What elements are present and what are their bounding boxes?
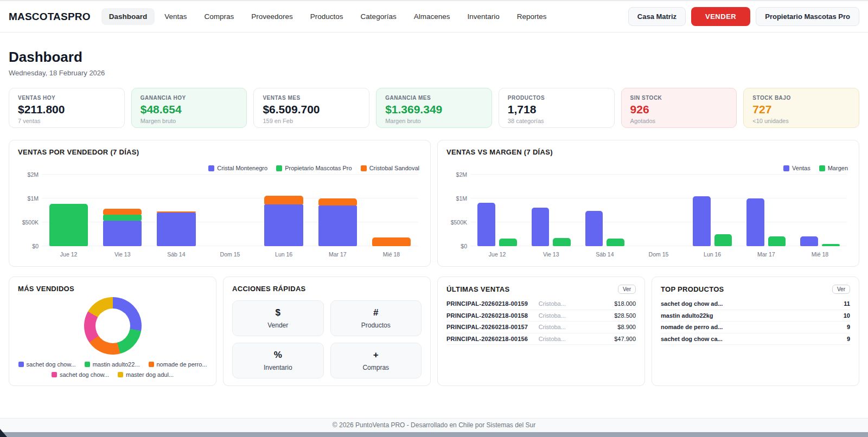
bar-segment xyxy=(103,221,142,246)
kpi-value: 926 xyxy=(630,103,728,116)
vender-button[interactable]: VENDER xyxy=(691,7,750,26)
legend-swatch xyxy=(18,362,24,367)
x-axis-label: Vie 13 xyxy=(95,251,149,258)
card-head: ÚLTIMAS VENTAS Ver xyxy=(446,285,636,294)
ventas-vs-margen-chart: VENTAS VS MARGEN (7 DÍAS) Ventas Margen … xyxy=(437,140,859,267)
kpi-row: VENTAS HOY $211.800 7 ventas GANANCIA HO… xyxy=(9,88,859,128)
x-axis-label: Mar 17 xyxy=(311,251,365,258)
kpi-value: $1.369.349 xyxy=(385,103,483,116)
bar-segment xyxy=(318,198,357,206)
user-menu-button[interactable]: Propietario Mascotas Pro xyxy=(756,7,859,26)
nav-item-dashboard[interactable]: Dashboard xyxy=(101,8,155,25)
legend-item: Margen xyxy=(819,165,848,171)
legend-item: Cristal Montenegro xyxy=(208,165,267,171)
y-axis-tick: $500K xyxy=(445,219,467,226)
stacked-bar xyxy=(157,175,195,246)
product-qty: 9 xyxy=(847,336,850,342)
sale-seller: Cristoba... xyxy=(539,312,590,319)
product-name: nomade de perro ad... xyxy=(661,324,847,330)
sale-row[interactable]: PRINCIPAL-20260218-00158 Cristoba... $28… xyxy=(446,310,636,322)
stacked-bar xyxy=(210,175,249,246)
sale-seller: Cristoba... xyxy=(539,324,590,330)
legend-item: Cristobal Sandoval xyxy=(361,165,419,171)
legend-swatch xyxy=(52,372,57,377)
nav-item-almacenes[interactable]: Almacenes xyxy=(406,8,458,25)
bar xyxy=(585,211,603,246)
sale-row[interactable]: PRINCIPAL-20260218-00157 Cristoba... $8.… xyxy=(446,322,636,333)
bottom-row: MÁS VENDIDOS sachet dog chow... mastin a… xyxy=(9,277,859,386)
bar-slot xyxy=(149,175,203,246)
product-row[interactable]: nomade de perro ad... 9 xyxy=(661,322,850,333)
legend-label: nomade de perro... xyxy=(157,361,207,368)
stacked-bar xyxy=(264,175,303,246)
nav-item-compras[interactable]: Compras xyxy=(197,8,242,25)
kpi-sub: 159 en Feb xyxy=(263,118,360,124)
kpi-value: $48.654 xyxy=(141,103,238,116)
kpi-sub: Agotados xyxy=(630,118,728,124)
legend-label: sachet dog chow... xyxy=(27,361,76,368)
bar-slot xyxy=(686,175,739,246)
legend-item: sachet dog chow... xyxy=(52,371,109,378)
kpi-sin-stock: SIN STOCK 926 Agotados xyxy=(621,88,737,128)
donut-chart xyxy=(84,297,142,355)
nav-item-ventas[interactable]: Ventas xyxy=(157,8,194,25)
legend-label: Propietario Mascotas Pro xyxy=(285,165,352,171)
brand-logo[interactable]: MASCOTASPRO xyxy=(9,11,91,23)
kpi-label: GANANCIA MES xyxy=(385,95,483,101)
ver-ventas-button[interactable]: Ver xyxy=(618,285,636,294)
legend-item: mastin adulto22... xyxy=(85,361,140,368)
dollar-icon: $ xyxy=(276,307,280,318)
grouped-bar-plot: $0$500K$1M$2M xyxy=(470,175,847,246)
kpi-sub: <10 unidades xyxy=(752,118,850,124)
bar-slot xyxy=(578,175,631,246)
x-axis-label: Dom 15 xyxy=(203,251,257,258)
chart-title: VENTAS POR VENDEDOR (7 DÍAS) xyxy=(18,148,422,156)
branch-selector-button[interactable]: Casa Matriz xyxy=(628,7,686,26)
ver-productos-button[interactable]: Ver xyxy=(832,285,850,294)
product-row[interactable]: mastin adulto22kg 10 xyxy=(661,310,850,322)
bar-slot xyxy=(42,175,95,246)
quick-action-label: Inventario xyxy=(264,364,292,371)
kpi-label: VENTAS HOY xyxy=(18,95,116,101)
product-row[interactable]: sachet dog chow ca... 9 xyxy=(661,333,850,345)
y-axis-tick: $500K xyxy=(17,219,39,226)
x-axis-label: Mié 18 xyxy=(793,251,847,258)
nav-item-proveedores[interactable]: Proveedores xyxy=(244,8,301,25)
nav-item-categorias[interactable]: Categorías xyxy=(353,8,404,25)
legend-item: master dog adul... xyxy=(118,371,174,378)
legend-swatch xyxy=(361,165,367,171)
y-axis-tick: $2M xyxy=(445,171,467,178)
percent-icon: % xyxy=(274,350,282,361)
quick-action-vender[interactable]: $ Vender xyxy=(232,300,324,336)
bar-segment xyxy=(49,204,88,246)
acciones-rapidas-card: ACCIONES RÁPIDAS $ Vender # Productos % … xyxy=(223,277,431,386)
nav-item-productos[interactable]: Productos xyxy=(303,8,351,25)
legend-swatch xyxy=(85,362,90,367)
kpi-sub: 7 ventas xyxy=(18,118,116,124)
bar xyxy=(477,203,495,246)
quick-action-inventario[interactable]: % Inventario xyxy=(232,343,324,378)
nav-item-inventario[interactable]: Inventario xyxy=(459,8,507,25)
sale-row[interactable]: PRINCIPAL-20260218-00156 Cristoba... $47… xyxy=(446,333,636,345)
x-axis-label: Sáb 14 xyxy=(149,251,203,258)
bar-slot xyxy=(257,175,311,246)
quick-action-label: Vender xyxy=(267,322,288,329)
quick-action-compras[interactable]: + Compras xyxy=(330,343,422,378)
bar-slot xyxy=(311,175,365,246)
kpi-productos: PRODUCTOS 1,718 38 categorías xyxy=(499,88,615,128)
legend-label: Ventas xyxy=(792,165,810,171)
sale-row[interactable]: PRINCIPAL-20260218-00159 Cristoba... $18… xyxy=(446,298,636,310)
bar xyxy=(607,239,624,246)
quick-action-productos[interactable]: # Productos xyxy=(330,300,422,336)
bars-area xyxy=(470,175,847,246)
y-axis-tick: $1M xyxy=(17,195,39,202)
sales-list: PRINCIPAL-20260218-00159 Cristoba... $18… xyxy=(446,298,636,345)
kpi-label: VENTAS MES xyxy=(263,95,360,101)
bar xyxy=(746,198,764,246)
nav-item-reportes[interactable]: Reportes xyxy=(509,8,554,25)
x-axis: Jue 12Vie 13Sáb 14Dom 15Lun 16Mar 17Mié … xyxy=(42,251,418,258)
quick-actions-grid: $ Vender # Productos % Inventario + Comp… xyxy=(232,300,422,378)
legend-label: Cristobal Sandoval xyxy=(369,165,419,171)
bar xyxy=(800,236,818,246)
product-row[interactable]: sachet dog chow ad... 11 xyxy=(661,298,850,310)
